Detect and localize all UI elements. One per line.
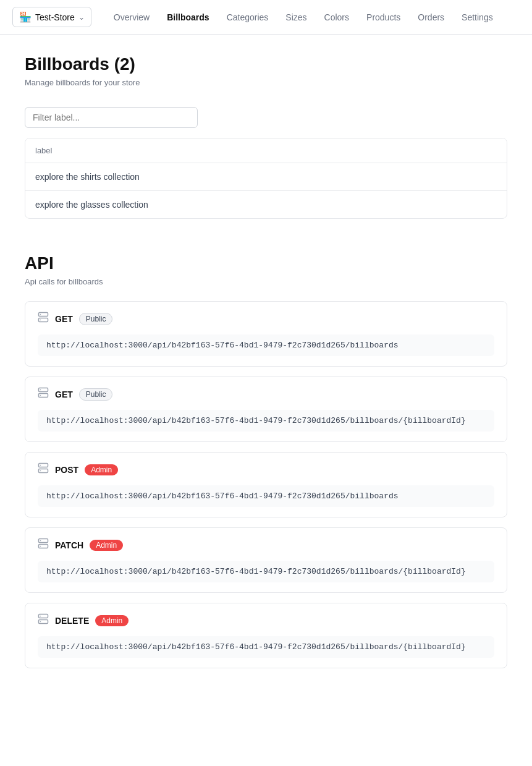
nav-link-orders[interactable]: Orders (410, 9, 452, 26)
server-icon (38, 538, 49, 552)
api-section: API Api calls for billboards GETPublicht… (25, 253, 507, 668)
nav-link-billboards[interactable]: Billboards (159, 9, 216, 26)
api-url[interactable]: http://localhost:3000/api/b42bf163-57f6-… (38, 334, 494, 356)
main-content: Billboards (2) Manage billboards for you… (0, 35, 532, 698)
page-subtitle: Manage billboards for your store (25, 78, 507, 87)
api-url[interactable]: http://localhost:3000/api/b42bf163-57f6-… (38, 485, 494, 507)
server-icon (38, 613, 49, 628)
store-selector[interactable]: 🏪 Test-Store ⌄ (12, 7, 91, 27)
api-card-get: GETPublichttp://localhost:3000/api/b42bf… (25, 377, 507, 442)
method-label: GET (55, 314, 73, 324)
billboards-table: label explore the shirts collectionexplo… (25, 138, 507, 219)
navbar: 🏪 Test-Store ⌄ OverviewBillboardsCategor… (0, 0, 532, 35)
store-icon: 🏪 (19, 11, 32, 23)
badge-admin: Admin (85, 464, 118, 475)
nav-link-colors[interactable]: Colors (317, 9, 357, 26)
table-row: explore the shirts collection (25, 163, 507, 191)
server-icon (38, 462, 49, 477)
nav-link-settings[interactable]: Settings (454, 9, 500, 26)
api-card-header: POSTAdmin (38, 462, 494, 477)
table-header: label (25, 138, 507, 163)
badge-admin: Admin (95, 615, 129, 626)
api-url[interactable]: http://localhost:3000/api/b42bf163-57f6-… (38, 410, 494, 432)
badge-public: Public (79, 388, 113, 401)
filter-section (25, 107, 507, 128)
chevron-down-icon: ⌄ (78, 13, 85, 22)
nav-link-overview[interactable]: Overview (106, 9, 157, 26)
api-card-header: PATCHAdmin (38, 538, 494, 552)
api-card-header: GETPublic (38, 387, 494, 401)
api-title: API (25, 253, 507, 273)
api-card-post: POSTAdminhttp://localhost:3000/api/b42bf… (25, 452, 507, 517)
method-label: POST (55, 465, 78, 475)
api-url[interactable]: http://localhost:3000/api/b42bf163-57f6-… (38, 561, 494, 582)
filter-input[interactable] (25, 107, 198, 128)
page-title: Billboards (2) (25, 54, 507, 74)
api-card-patch: PATCHAdminhttp://localhost:3000/api/b42b… (25, 527, 507, 593)
server-icon (38, 387, 49, 401)
nav-link-categories[interactable]: Categories (219, 9, 276, 26)
nav-links: OverviewBillboardsCategoriesSizesColorsP… (106, 9, 520, 26)
method-label: PATCH (55, 540, 83, 550)
nav-link-sizes[interactable]: Sizes (278, 9, 314, 26)
badge-public: Public (79, 313, 113, 325)
api-url[interactable]: http://localhost:3000/api/b42bf163-57f6-… (38, 636, 494, 658)
server-icon (38, 312, 49, 326)
badge-admin: Admin (90, 540, 123, 551)
store-name: Test-Store (35, 12, 75, 22)
table-row: explore the glasses collection (25, 191, 507, 218)
api-card-get: GETPublichttp://localhost:3000/api/b42bf… (25, 301, 507, 367)
api-subtitle: Api calls for billboards (25, 277, 507, 286)
method-label: DELETE (55, 616, 89, 626)
api-card-delete: DELETEAdminhttp://localhost:3000/api/b42… (25, 603, 507, 668)
api-card-header: GETPublic (38, 312, 494, 326)
method-label: GET (55, 389, 73, 399)
api-card-header: DELETEAdmin (38, 613, 494, 628)
nav-link-products[interactable]: Products (359, 9, 408, 26)
